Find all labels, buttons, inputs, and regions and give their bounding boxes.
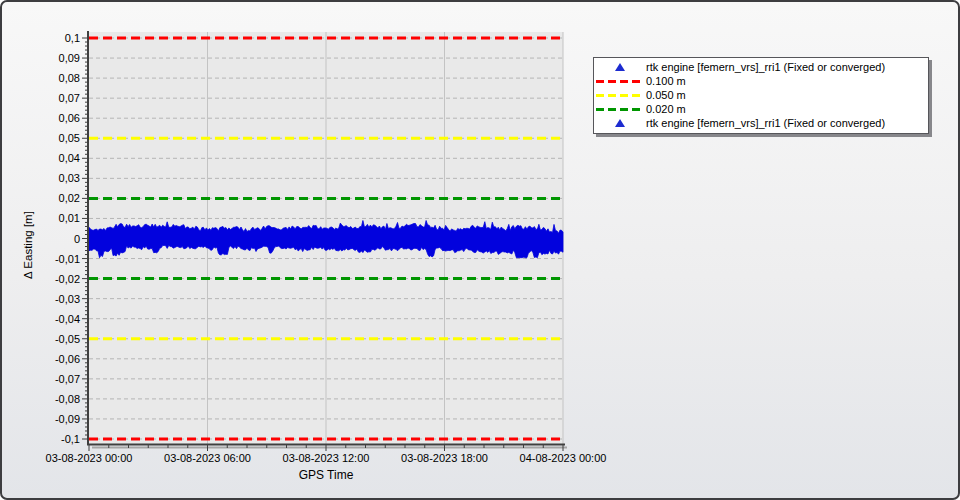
legend-row: 0.050 m <box>594 88 928 102</box>
x-tick-label: 04-08-2023 00:00 <box>520 452 607 464</box>
y-tick-label: 0,1 <box>65 32 80 44</box>
y-tick-label: 0,02 <box>59 192 80 204</box>
y-tick-label: -0,03 <box>55 293 80 305</box>
y-axis-title: Δ Easting [m] <box>22 211 34 279</box>
legend-box: rtk engine [femern_vrs]_rri1 (Fixed or c… <box>593 57 929 134</box>
dashed-line-icon <box>596 108 644 111</box>
y-tick-label: -0,06 <box>55 353 80 365</box>
dashed-line-icon <box>594 80 646 83</box>
triangle-marker-icon <box>594 119 646 127</box>
legend-row: rtk engine [femern_vrs]_rri1 (Fixed or c… <box>594 60 928 74</box>
y-tick-label: -0,05 <box>55 333 80 345</box>
legend-row: rtk engine [femern_vrs]_rri1 (Fixed or c… <box>594 116 928 130</box>
legend-entry-label: 0.020 m <box>646 103 686 115</box>
y-tick-label: -0,04 <box>55 313 80 325</box>
legend-row: 0.020 m <box>594 102 928 116</box>
y-tick-label: -0,1 <box>61 433 80 445</box>
y-tick-label: 0,05 <box>59 132 80 144</box>
x-tick-label: 03-08-2023 12:00 <box>283 452 370 464</box>
y-tick-label: 0,01 <box>59 212 80 224</box>
triangle-marker-icon <box>615 119 625 127</box>
legend-entry-label: 0.100 m <box>646 75 686 87</box>
y-tick-label: 0,09 <box>59 52 80 64</box>
triangle-marker-icon <box>594 63 646 71</box>
x-tick-label: 03-08-2023 06:00 <box>164 452 251 464</box>
chart-panel: 0,10,090,080,070,060,050,040,030,020,010… <box>0 0 960 500</box>
y-tick-label: -0,07 <box>55 373 80 385</box>
triangle-marker-icon <box>615 63 625 71</box>
dashed-line-icon <box>596 80 644 83</box>
y-tick-label: 0 <box>74 233 80 245</box>
legend-entry-label: 0.050 m <box>646 89 686 101</box>
x-tick-label: 03-08-2023 00:00 <box>46 452 133 464</box>
y-tick-label: 0,08 <box>59 72 80 84</box>
y-tick-label: -0,02 <box>55 273 80 285</box>
x-tick-label: 03-08-2023 18:00 <box>401 452 488 464</box>
y-tick-label: 0,06 <box>59 112 80 124</box>
dashed-line-icon <box>596 94 644 97</box>
y-tick-label: 0,03 <box>59 172 80 184</box>
y-tick-label: -0,08 <box>55 393 80 405</box>
y-tick-label: 0,04 <box>59 152 80 164</box>
y-tick-label: -0,01 <box>55 253 80 265</box>
legend-row: 0.100 m <box>594 74 928 88</box>
dashed-line-icon <box>594 94 646 97</box>
y-tick-label: 0,07 <box>59 92 80 104</box>
legend-entry-label: rtk engine [femern_vrs]_rri1 (Fixed or c… <box>646 117 885 129</box>
y-tick-label: -0,09 <box>55 413 80 425</box>
dashed-line-icon <box>594 108 646 111</box>
legend-entry-label: rtk engine [femern_vrs]_rri1 (Fixed or c… <box>646 61 885 73</box>
x-axis-title: GPS Time <box>89 468 563 482</box>
